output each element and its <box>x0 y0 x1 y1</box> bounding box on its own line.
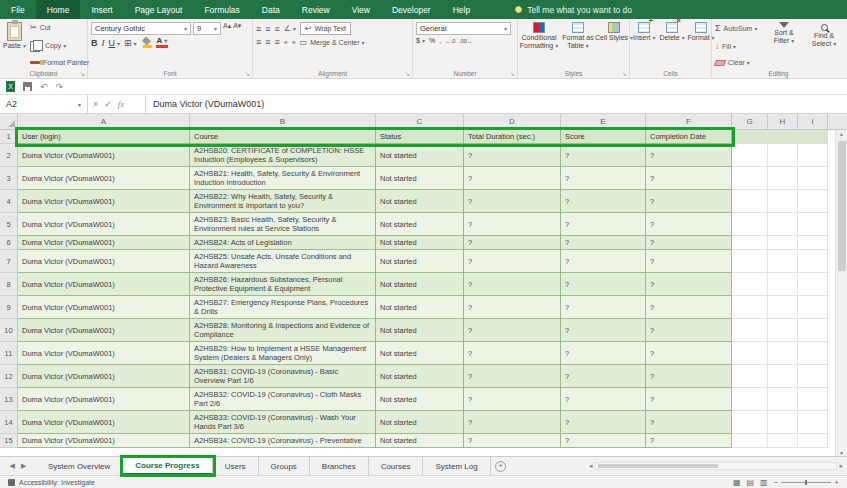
cell-completion[interactable]: ? <box>646 365 732 388</box>
cell-status[interactable]: Not started <box>376 365 464 388</box>
sheet-tab-groups[interactable]: Groups <box>259 457 310 475</box>
redo-button[interactable] <box>56 82 64 92</box>
cell-empty[interactable] <box>768 365 798 388</box>
cell-empty[interactable] <box>732 130 768 144</box>
cell-empty[interactable] <box>732 411 768 434</box>
cell-user[interactable]: Duma Victor (VDumaW001) <box>18 144 190 167</box>
view-normal-button[interactable]: ▦ <box>733 478 741 487</box>
cell-empty[interactable] <box>798 411 828 434</box>
column-header-f[interactable]: F <box>646 114 732 129</box>
cell-empty[interactable] <box>732 236 768 250</box>
row-number[interactable]: 4 <box>0 190 18 213</box>
cell-user[interactable]: Duma Victor (VDumaW001) <box>18 190 190 213</box>
cell-empty[interactable] <box>768 236 798 250</box>
bold-button[interactable] <box>91 38 98 48</box>
cell-course[interactable]: A2HSB29: How to Implement a HSSE Managem… <box>190 342 376 365</box>
sheet-tab-users[interactable]: Users <box>213 457 259 475</box>
cell-empty[interactable] <box>798 213 828 236</box>
cell-empty[interactable] <box>768 342 798 365</box>
cell-duration[interactable]: ? <box>464 236 561 250</box>
increase-decimal-button[interactable] <box>445 37 455 44</box>
cell-status[interactable]: Not started <box>376 190 464 213</box>
format-cells-button[interactable]: Format <box>689 22 714 67</box>
align-top-button[interactable] <box>256 24 261 34</box>
cell-empty[interactable] <box>768 296 798 319</box>
fill-color-button[interactable] <box>141 38 152 48</box>
view-page-break-button[interactable]: ▥ <box>760 478 768 487</box>
cell-empty[interactable] <box>768 250 798 273</box>
sheet-tab-branches[interactable]: Branches <box>310 457 369 475</box>
cell-course[interactable]: A2HSB23: Basic Health, Safety, Security … <box>190 213 376 236</box>
cell-empty[interactable] <box>768 388 798 411</box>
cell-score[interactable]: ? <box>561 342 646 365</box>
cell-course[interactable]: A2HSB26: Hazardous Substances, Personal … <box>190 273 376 296</box>
underline-button[interactable] <box>109 38 121 48</box>
conditional-formatting-button[interactable]: Conditional Formatting <box>521 22 557 67</box>
insert-function-button[interactable] <box>118 99 125 109</box>
percent-style-button[interactable] <box>429 37 435 44</box>
cell-user[interactable]: Duma Victor (VDumaW001) <box>18 434 190 448</box>
cell-course[interactable]: A2HSB28: Monitoring & Inspections and Ev… <box>190 319 376 342</box>
cell-course[interactable]: A2HSB32: COVID-19 (Coronavirus) - Cloth … <box>190 388 376 411</box>
row-number[interactable]: 2 <box>0 144 18 167</box>
cell-empty[interactable] <box>768 434 798 448</box>
format-as-table-button[interactable]: Format as Table <box>561 22 595 67</box>
confirm-entry-button[interactable] <box>104 99 112 109</box>
cell-duration[interactable]: ? <box>464 213 561 236</box>
cell-course[interactable]: A2HSB27: Emergency Response Plans, Proce… <box>190 296 376 319</box>
align-middle-button[interactable] <box>265 24 270 34</box>
cell-status[interactable]: Not started <box>376 296 464 319</box>
column-header-c[interactable]: C <box>376 114 464 129</box>
cell-user[interactable]: Duma Victor (VDumaW001) <box>18 296 190 319</box>
cell-status[interactable]: Not started <box>376 250 464 273</box>
name-box[interactable]: A2 <box>0 95 88 113</box>
ribbon-tab-home[interactable]: Home <box>36 0 81 19</box>
cell-completion[interactable]: ? <box>646 167 732 190</box>
cell-status[interactable]: Not started <box>376 167 464 190</box>
cell-score[interactable]: ? <box>561 296 646 319</box>
header-cell-course[interactable]: Course <box>190 130 376 144</box>
insert-cells-button[interactable]: Insert <box>633 22 656 67</box>
cell-empty[interactable] <box>732 167 768 190</box>
row-number[interactable]: 6 <box>0 236 18 250</box>
cell-completion[interactable]: ? <box>646 296 732 319</box>
cell-empty[interactable] <box>732 273 768 296</box>
cell-empty[interactable] <box>768 130 798 144</box>
column-header-a[interactable]: A <box>18 114 190 129</box>
cell-empty[interactable] <box>732 296 768 319</box>
increase-font-size-button[interactable] <box>223 22 231 35</box>
cell-empty[interactable] <box>798 190 828 213</box>
scroll-left-arrow-icon[interactable]: ◂ <box>589 462 593 470</box>
cell-empty[interactable] <box>768 190 798 213</box>
cell-completion[interactable]: ? <box>646 190 732 213</box>
cell-user[interactable]: Duma Victor (VDumaW001) <box>18 236 190 250</box>
font-dialog-launcher[interactable] <box>245 70 250 77</box>
borders-button[interactable] <box>124 38 137 48</box>
cell-score[interactable]: ? <box>561 319 646 342</box>
horizontal-scrollbar[interactable]: ◂ ▸ <box>585 457 847 475</box>
undo-button[interactable] <box>40 82 48 92</box>
horizontal-scroll-thumb[interactable] <box>598 464 718 468</box>
cancel-entry-button[interactable] <box>93 99 98 109</box>
cell-status[interactable]: Not started <box>376 319 464 342</box>
sort-filter-button[interactable]: Sort & Filter <box>766 22 802 67</box>
cell-course[interactable]: A2HSB21: Health, Safety, Security & Envi… <box>190 167 376 190</box>
cell-score[interactable]: ? <box>561 434 646 448</box>
cell-score[interactable]: ? <box>561 167 646 190</box>
find-select-button[interactable]: Find & Select <box>806 22 842 67</box>
row-number[interactable]: 11 <box>0 342 18 365</box>
cell-course[interactable]: A2HSB31: COVID-19 (Coronavirus) - Basic … <box>190 365 376 388</box>
sheet-tab-courses[interactable]: Courses <box>369 457 424 475</box>
cell-user[interactable]: Duma Victor (VDumaW001) <box>18 273 190 296</box>
sheet-nav-right-icon[interactable]: ▶ <box>21 462 26 470</box>
font-color-button[interactable]: A <box>156 37 169 48</box>
cell-completion[interactable]: ? <box>646 342 732 365</box>
tell-me-search[interactable]: Tell me what you want to do <box>515 0 632 19</box>
cell-user[interactable]: Duma Victor (VDumaW001) <box>18 213 190 236</box>
cell-duration[interactable]: ? <box>464 250 561 273</box>
cell-status[interactable]: Not started <box>376 342 464 365</box>
cell-duration[interactable]: ? <box>464 296 561 319</box>
row-number[interactable]: 14 <box>0 411 18 434</box>
cell-score[interactable]: ? <box>561 144 646 167</box>
cell-duration[interactable]: ? <box>464 273 561 296</box>
